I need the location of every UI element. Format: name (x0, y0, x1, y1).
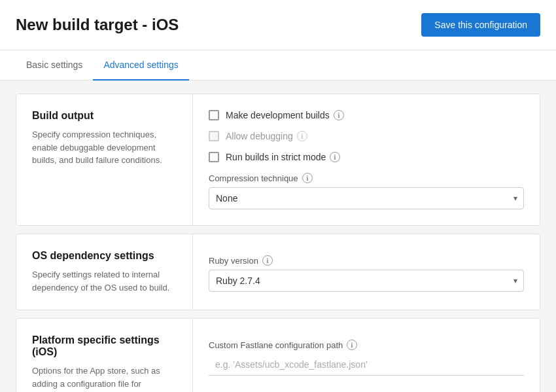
section-build-output-right: Make development builds ℹ Allow debuggin… (193, 94, 540, 225)
strict-mode-row: Run builds in strict mode ℹ (209, 152, 524, 162)
section-os-dependency: OS dependency settings Specify settings … (16, 234, 540, 310)
main-content: Build output Specify compression techniq… (0, 80, 556, 392)
section-platform-specific-title: Platform specific settings (iOS) (32, 334, 177, 358)
compression-technique-info-icon[interactable]: ℹ (302, 173, 313, 183)
allow-debugging-label: Allow debugging ℹ (226, 131, 307, 141)
tab-basic[interactable]: Basic settings (16, 50, 93, 80)
ruby-version-info-icon[interactable]: ℹ (262, 255, 273, 266)
ruby-version-group: Ruby version ℹ Ruby 2.7.4 Ruby 3.0.0 Rub… (209, 255, 524, 292)
save-button[interactable]: Save this configuration (421, 13, 540, 37)
ruby-version-select[interactable]: Ruby 2.7.4 Ruby 3.0.0 Ruby 3.1.0 (209, 270, 524, 292)
fastlane-config-info-icon[interactable]: ℹ (347, 340, 357, 350)
section-build-output-title: Build output (32, 110, 177, 122)
section-os-dependency-desc: Specify settings related to internal dep… (32, 268, 177, 294)
section-os-dependency-title: OS dependency settings (32, 250, 177, 262)
make-dev-builds-label: Make development builds ℹ (226, 110, 344, 120)
fastlane-config-input[interactable] (209, 354, 524, 376)
section-build-output: Build output Specify compression techniq… (16, 94, 540, 226)
make-dev-builds-checkbox[interactable] (209, 110, 219, 120)
compression-technique-wrapper: None LZ4 LZMA zlib ▾ (209, 187, 524, 209)
allow-debugging-checkbox (209, 131, 219, 141)
allow-debugging-info-icon: ℹ (297, 131, 307, 141)
page-title: New build target - iOS (16, 16, 179, 34)
ruby-version-wrapper: Ruby 2.7.4 Ruby 3.0.0 Ruby 3.1.0 ▾ (209, 270, 524, 292)
section-os-dependency-right: Ruby version ℹ Ruby 2.7.4 Ruby 3.0.0 Rub… (193, 234, 540, 310)
compression-technique-group: Compression technique ℹ None LZ4 LZMA zl… (209, 173, 524, 209)
tab-bar: Basic settings Advanced settings (0, 50, 556, 80)
tab-advanced[interactable]: Advanced settings (93, 50, 188, 80)
ruby-version-label: Ruby version ℹ (209, 255, 524, 266)
section-platform-specific-desc: Options for the App store, such as addin… (32, 365, 177, 392)
make-dev-builds-row: Make development builds ℹ (209, 110, 524, 120)
section-platform-specific-right: Custom Fastlane configuration path ℹ (193, 319, 540, 392)
fastlane-config-label: Custom Fastlane configuration path ℹ (209, 340, 524, 350)
section-build-output-desc: Specify compression techniques, enable d… (32, 128, 177, 167)
strict-mode-checkbox[interactable] (209, 152, 219, 162)
strict-mode-label: Run builds in strict mode ℹ (226, 152, 340, 162)
page-header: New build target - iOS Save this configu… (0, 0, 556, 50)
section-platform-specific-left: Platform specific settings (iOS) Options… (16, 319, 193, 392)
fastlane-config-group: Custom Fastlane configuration path ℹ (209, 340, 524, 376)
compression-technique-select[interactable]: None LZ4 LZMA zlib (209, 187, 524, 209)
compression-technique-label: Compression technique ℹ (209, 173, 524, 183)
make-dev-builds-info-icon[interactable]: ℹ (334, 110, 344, 120)
section-platform-specific: Platform specific settings (iOS) Options… (16, 318, 540, 392)
section-os-dependency-left: OS dependency settings Specify settings … (16, 234, 193, 310)
allow-debugging-row: Allow debugging ℹ (209, 131, 524, 141)
section-build-output-left: Build output Specify compression techniq… (16, 94, 193, 225)
strict-mode-info-icon[interactable]: ℹ (330, 152, 340, 162)
